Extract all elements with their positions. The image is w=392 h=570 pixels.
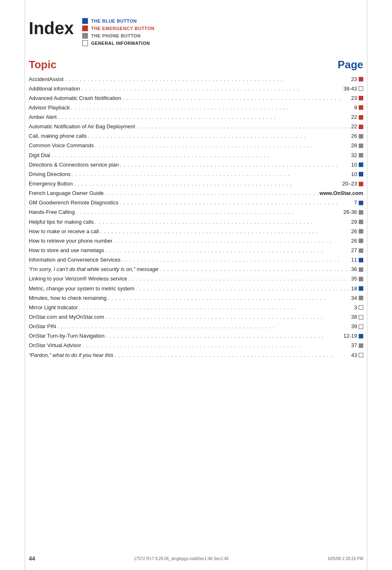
- entry-marker: [359, 229, 363, 234]
- entry-text: OnStar PIN: [29, 322, 56, 331]
- index-row: OnStar Virtual Advisor . . . . . . . . .…: [29, 341, 363, 350]
- index-row: Hands-Free Calling . . . . . . . . . . .…: [29, 208, 363, 217]
- entry-marker: [359, 334, 363, 338]
- entry-page: 23: [351, 75, 357, 83]
- entry-marker: [359, 343, 363, 348]
- page-heading: Page: [338, 58, 363, 71]
- entry-dots: . . . . . . . . . . . . . . . . . . . . …: [105, 189, 318, 197]
- entry-dots: . . . . . . . . . . . . . . . . . . . . …: [106, 246, 350, 255]
- entry-dots: . . . . . . . . . . . . . . . . . . . . …: [72, 170, 350, 178]
- entry-dots: . . . . . . . . . . . . . . . . . . . . …: [106, 332, 342, 340]
- index-entries: AccidentAssist . . . . . . . . . . . . .…: [29, 74, 363, 360]
- index-row: Helpful tips for making calls . . . . . …: [29, 217, 363, 227]
- entry-marker: [359, 162, 363, 167]
- index-row: OnStar.com and MyOnStar.com . . . . . . …: [29, 313, 363, 322]
- entry-marker: [359, 220, 363, 224]
- entry-text: Advisor Playback: [29, 104, 70, 112]
- entry-text: Common Voice Commands: [29, 141, 94, 150]
- entry-marker: [359, 105, 363, 110]
- entry-page: 10: [351, 170, 357, 178]
- entry-text: Emergency Button: [29, 180, 73, 188]
- entry-page: 37: [351, 341, 357, 350]
- entry-dots: . . . . . . . . . . . . . . . . . . . . …: [128, 275, 350, 283]
- entry-marker: [359, 353, 363, 357]
- entry-text: Mirror Light Indicator: [29, 304, 78, 312]
- entry-page: 18: [351, 285, 357, 293]
- entry-page: 9: [354, 104, 357, 112]
- index-row: Emergency Button . . . . . . . . . . . .…: [29, 179, 363, 189]
- entry-page: 28: [351, 141, 357, 150]
- index-row: Driving Directions . . . . . . . . . . .…: [29, 169, 363, 179]
- entry-marker: [359, 239, 363, 243]
- entry-dots: . . . . . . . . . . . . . . . . . . . . …: [88, 132, 350, 140]
- entry-text: GM Goodwrench Remote Diagnostics: [29, 199, 118, 207]
- entry-text: How to store and use nametags: [29, 246, 104, 255]
- entry-page: 23: [351, 94, 357, 102]
- entry-text: Metric, change your system to metric sys…: [29, 285, 134, 293]
- legend-item-gray: THE PHONE BUTTON: [82, 33, 154, 39]
- entry-text: Information and Convenience Services: [29, 256, 120, 264]
- entry-marker: [359, 115, 363, 120]
- entry-dots: . . . . . . . . . . . . . . . . . . . . …: [136, 285, 350, 293]
- index-row: How to make or receive a call . . . . . …: [29, 227, 363, 236]
- legend-label-gray: THE PHONE BUTTON: [91, 33, 141, 38]
- index-legend: THE BLUE BUTTONTHE EMERGENCY BUTTONTHE P…: [82, 18, 154, 46]
- entry-dots: . . . . . . . . . . . . . . . . . . . . …: [58, 113, 350, 121]
- entry-page: 26: [351, 227, 357, 236]
- entry-page: 38: [351, 313, 357, 321]
- index-row: OnStar Turn-by-Turn Navigation . . . . .…: [29, 331, 363, 341]
- footer-file-info: 17572 R17 9.28.06_singlepgs.inddSec1:46 …: [134, 556, 229, 561]
- legend-label-outline: GENERAL INFORMATION: [91, 41, 150, 46]
- index-row: Minutes, how to check remaining . . . . …: [29, 293, 363, 303]
- legend-item-red: THE EMERGENCY BUTTON: [82, 25, 154, 31]
- entry-dots: . . . . . . . . . . . . . . . . . . . . …: [81, 85, 342, 93]
- entry-page: 35: [351, 275, 357, 283]
- index-row: Additional information . . . . . . . . .…: [29, 84, 363, 93]
- legend-label-red: THE EMERGENCY BUTTON: [91, 26, 154, 31]
- entry-page: 11: [351, 256, 357, 264]
- entry-marker: [359, 144, 363, 148]
- legend-box-blue: [82, 18, 88, 24]
- entry-text: OnStar Virtual Advisor: [29, 341, 81, 350]
- index-row: OnStar PIN . . . . . . . . . . . . . . .…: [29, 322, 363, 331]
- index-row: Mirror Light Indicator . . . . . . . . .…: [29, 303, 363, 312]
- index-row: Call, making phone calls . . . . . . . .…: [29, 132, 363, 141]
- entry-text: Minutes, how to check remaining: [29, 294, 106, 302]
- index-title: Index: [29, 20, 74, 37]
- entry-text: Automatic Notification of Air Bag Deploy…: [29, 123, 135, 131]
- entry-page: 3: [354, 304, 357, 312]
- entry-dots: . . . . . . . . . . . . . . . . . . . . …: [57, 322, 350, 331]
- entry-dots: . . . . . . . . . . . . . . . . . . . . …: [95, 141, 350, 150]
- legend-item-blue: THE BLUE BUTTON: [82, 18, 154, 24]
- legend-box-red: [82, 25, 88, 31]
- entry-page: 26: [351, 132, 357, 140]
- entry-text: “I’m sorry, I can’t do that while securi…: [29, 265, 158, 273]
- index-header: Index THE BLUE BUTTONTHE EMERGENCY BUTTO…: [29, 12, 363, 46]
- index-row: Advanced Automatic Crash Notification . …: [29, 93, 363, 103]
- entry-marker: [359, 324, 363, 329]
- entry-page: 29: [351, 218, 357, 226]
- entry-dots: . . . . . . . . . . . . . . . . . . . . …: [51, 151, 350, 160]
- entry-page: 36: [351, 265, 357, 273]
- entry-text: Advanced Automatic Crash Notification: [29, 94, 121, 102]
- entry-dots: . . . . . . . . . . . . . . . . . . . . …: [122, 94, 350, 102]
- entry-marker: [359, 277, 363, 281]
- entry-marker: [359, 134, 363, 139]
- index-row: “I’m sorry, I can’t do that while securi…: [29, 265, 363, 274]
- entry-dots: . . . . . . . . . . . . . . . . . . . . …: [106, 313, 350, 321]
- entry-text: Amber Alert: [29, 113, 57, 121]
- entry-page: 10: [351, 161, 357, 169]
- entry-dots: . . . . . . . . . . . . . . . . . . . . …: [83, 341, 350, 350]
- entry-page: 39: [351, 322, 357, 331]
- entry-page: 27: [351, 246, 357, 255]
- footer-date-info: 10/5/06 2:28:26 PM: [327, 556, 363, 561]
- entry-text: How to make or receive a call: [29, 227, 99, 236]
- entry-page: 22: [351, 123, 357, 131]
- entry-dots: . . . . . . . . . . . . . . . . . . . . …: [76, 208, 342, 216]
- entry-text: Additional information: [29, 85, 80, 93]
- legend-item-outline: GENERAL INFORMATION: [82, 40, 154, 46]
- entry-marker: [359, 210, 363, 215]
- entry-marker: [359, 248, 363, 253]
- entry-dots: . . . . . . . . . . . . . . . . . . . . …: [79, 304, 353, 312]
- entry-dots: . . . . . . . . . . . . . . . . . . . . …: [65, 75, 350, 83]
